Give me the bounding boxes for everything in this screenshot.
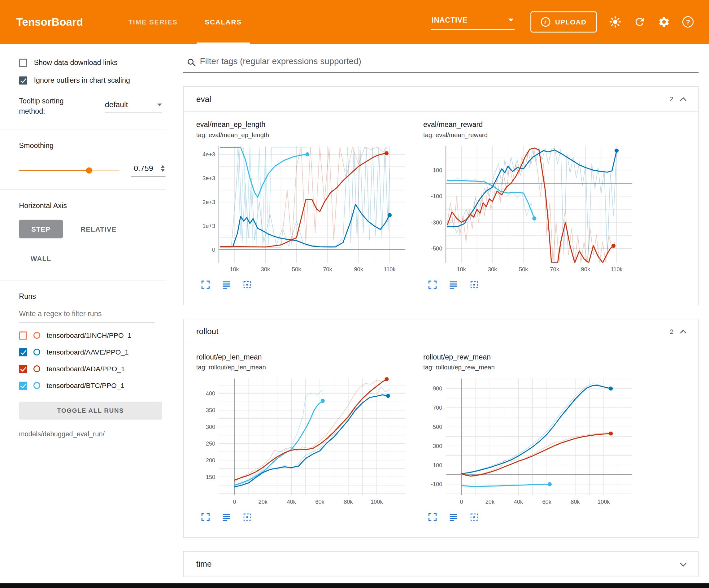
run-checkbox[interactable] [19,331,27,339]
smoothing-value-input[interactable]: 0.759 [131,164,166,177]
run-color-radio[interactable] [33,382,40,389]
chart-title: eval/mean_ep_length [196,121,416,129]
runs-filter-input[interactable] [19,303,155,323]
run-row[interactable]: tensorboard/ADA/PPO_1 [19,365,179,373]
chart-rollout-ep_rew_mean: rollout/ep_rew_meantag: rollout/ep_rew_m… [423,353,643,522]
expand-icon[interactable] [428,512,438,522]
section-header[interactable]: eval2 [184,87,698,111]
search-icon [188,58,193,65]
upload-button-label: UPLOAD [555,18,586,26]
ignore-outliers-row[interactable]: Ignore outliers in chart scaling [19,76,179,84]
tab-scalars[interactable]: SCALARS [191,0,256,44]
app-title: TensorBoard [17,16,83,28]
axis-option-relative[interactable]: RELATIVE [71,220,126,238]
line-chart[interactable]: 020k40k60k80k100k150200250300350400 [196,375,409,507]
smoothing-slider[interactable] [19,167,119,174]
smoothing-slider-knob[interactable] [86,167,92,173]
chart-eval-mean_reward: eval/mean_rewardtag: eval/mean_reward10k… [423,121,643,289]
tab-time-series[interactable]: TIME SERIES [114,0,191,44]
svg-text:350: 350 [206,407,215,413]
svg-text:4e+3: 4e+3 [203,151,215,158]
smoothing-label: Smoothing [19,142,179,150]
svg-text:-100: -100 [431,193,442,199]
svg-text:110k: 110k [611,266,623,273]
section-card-time: time [183,551,699,577]
expand-icon[interactable] [201,512,210,522]
section-count: 2 [670,95,673,102]
svg-text:100k: 100k [598,498,610,505]
chart-toolbar [196,280,416,289]
svg-text:50k: 50k [519,266,528,273]
chart-tag: tag: rollout/ep_len_mean [196,363,416,370]
axis-option-step[interactable]: STEP [19,220,63,238]
chevron-up-icon[interactable] [680,329,686,336]
svg-text:0: 0 [212,247,215,253]
axis-option-wall[interactable]: WALL [19,249,63,267]
decrement-icon[interactable] [161,169,165,172]
svg-text:60k: 60k [542,498,551,505]
refresh-icon[interactable] [633,16,646,28]
divider [0,189,166,189]
run-checkbox[interactable] [19,365,27,373]
data-table-icon[interactable] [222,512,231,522]
run-row[interactable]: tensorboard/AAVE/PPO_1 [19,348,179,356]
run-color-radio[interactable] [33,332,40,339]
brightness-icon[interactable] [609,16,621,28]
section-header[interactable]: time [184,552,698,577]
data-table-icon[interactable] [449,512,458,522]
increment-icon[interactable] [161,165,165,168]
fit-domain-icon[interactable] [469,512,479,522]
line-chart[interactable]: 10k30k50k70k90k110k100-100-300-500 [423,143,636,274]
cards-container: eval2eval/mean_ep_lengthtag: eval/mean_e… [183,86,699,577]
section-count: 2 [670,328,673,335]
tooltip-sorting-select[interactable]: default [105,100,162,112]
main-content: eval2eval/mean_ep_lengthtag: eval/mean_e… [180,44,709,583]
fit-domain-icon[interactable] [469,280,479,289]
run-color-radio[interactable] [33,349,40,355]
chart-toolbar [423,280,643,289]
section-header[interactable]: rollout2 [184,319,698,344]
svg-text:200: 200 [206,457,215,463]
toggle-all-runs-button[interactable]: TOGGLE ALL RUNS [19,402,162,419]
show-download-links-checkbox[interactable] [19,59,27,67]
help-icon[interactable]: ? [682,17,694,28]
status-dropdown[interactable]: INACTIVE [431,14,514,30]
tag-filter [183,57,699,73]
run-checkbox[interactable] [19,348,27,356]
svg-text:70k: 70k [323,266,332,273]
chevron-up-icon[interactable] [680,97,686,103]
svg-text:30k: 30k [261,266,270,273]
upload-button[interactable]: i UPLOAD [530,11,597,33]
fit-domain-icon[interactable] [242,512,252,522]
chart-title: rollout/ep_rew_mean [423,353,643,361]
smoothing-stepper[interactable] [161,165,165,172]
run-row[interactable]: tensorboard/BTC/PPO_1 [19,381,179,389]
svg-text:0: 0 [233,498,236,505]
run-row[interactable]: tensorboard/1INCH/PPO_1 [19,331,179,339]
svg-text:110k: 110k [384,266,396,273]
fit-domain-icon[interactable] [242,280,252,289]
line-chart[interactable]: 020k40k60k80k100k-100100300500700900 [423,375,636,507]
svg-text:-500: -500 [431,245,442,252]
nav-tabs: TIME SERIES SCALARS [114,0,255,44]
divider [0,280,166,280]
settings-icon[interactable] [658,16,670,28]
tag-filter-input[interactable] [200,57,697,67]
horizontal-axis-label: Horizontal Axis [19,202,179,210]
svg-text:90k: 90k [581,266,590,273]
show-download-links-label: Show data download links [34,59,117,67]
svg-text:100: 100 [433,167,442,173]
line-chart[interactable]: 10k30k50k70k90k110k01e+32e+33e+34e+3 [196,143,409,274]
data-table-icon[interactable] [222,280,231,289]
show-download-links-row[interactable]: Show data download links [19,59,179,67]
chevron-down-icon[interactable] [680,560,686,567]
expand-icon[interactable] [201,280,210,289]
run-color-radio[interactable] [33,365,40,372]
expand-icon[interactable] [428,280,438,289]
run-checkbox[interactable] [19,381,27,389]
chart-rollout-ep_len_mean: rollout/ep_len_meantag: rollout/ep_len_m… [196,353,416,522]
svg-text:3e+3: 3e+3 [203,175,215,181]
tensorboard-app: TensorBoard TIME SERIES SCALARS INACTIVE… [0,0,709,588]
data-table-icon[interactable] [449,280,458,289]
ignore-outliers-checkbox[interactable] [19,76,27,84]
